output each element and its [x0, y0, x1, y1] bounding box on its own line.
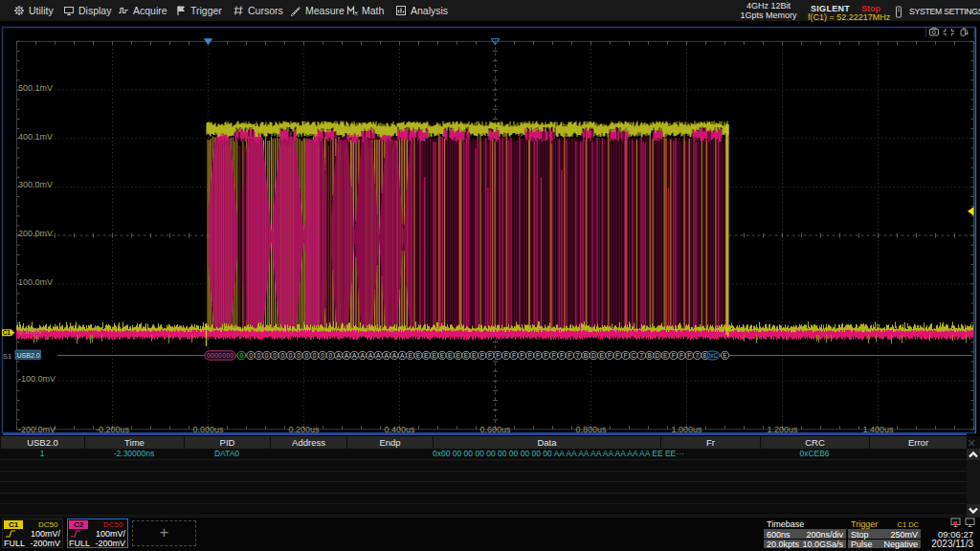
svg-text:0: 0	[273, 352, 277, 359]
svg-text:A: A	[376, 352, 381, 359]
svg-text:F: F	[544, 352, 547, 359]
svg-text:100.0mV: 100.0mV	[18, 277, 53, 287]
svg-text:A: A	[368, 352, 373, 359]
svg-text:D: D	[591, 352, 596, 359]
svg-text:E: E	[448, 352, 453, 359]
svg-text:-0.200us: -0.200us	[96, 425, 130, 434]
svg-text:A: A	[360, 352, 365, 359]
svg-text:E: E	[663, 352, 668, 359]
svg-text:E: E	[432, 352, 436, 359]
svg-text:0: 0	[249, 352, 253, 359]
svg-text:1.200us: 1.200us	[767, 425, 798, 434]
svg-text:E: E	[440, 352, 445, 359]
svg-text:0.600us: 0.600us	[479, 425, 511, 434]
svg-text:E: E	[472, 352, 477, 359]
svg-text:7: 7	[639, 352, 643, 359]
svg-text:F: F	[679, 352, 683, 359]
svg-text:0: 0	[239, 352, 243, 359]
svg-text:7: 7	[576, 352, 580, 359]
svg-text:F: F	[568, 352, 571, 359]
svg-text:0: 0	[289, 352, 293, 359]
svg-text:F: F	[624, 352, 628, 359]
svg-text:F: F	[520, 352, 523, 359]
svg-text:7: 7	[696, 352, 700, 359]
svg-text:300.0mV: 300.0mV	[18, 180, 53, 189]
svg-text:F: F	[496, 352, 500, 359]
svg-text:E: E	[408, 352, 412, 359]
svg-text:F: F	[560, 352, 564, 359]
svg-text:0: 0	[321, 352, 324, 359]
svg-text:B: B	[647, 352, 652, 359]
svg-text:F: F	[608, 352, 612, 359]
svg-text:0.0mV: 0.0mV	[18, 326, 43, 336]
svg-text:0: 0	[328, 352, 332, 359]
svg-text:F: F	[504, 352, 508, 359]
svg-text:-100.0mV: -100.0mV	[18, 374, 56, 384]
svg-text:0.200us: 0.200us	[288, 425, 320, 434]
svg-text:0: 0	[297, 352, 301, 359]
svg-text:E: E	[416, 352, 421, 359]
svg-text:E: E	[456, 352, 460, 359]
svg-text:0: 0	[265, 352, 269, 359]
svg-text:0.400us: 0.400us	[384, 425, 415, 434]
svg-text:S1: S1	[3, 352, 11, 361]
svg-text:E: E	[464, 352, 469, 359]
svg-text:1.400us: 1.400us	[862, 425, 894, 434]
svg-text:F: F	[488, 352, 492, 359]
svg-text:F: F	[552, 352, 556, 359]
svg-text:USB2.0: USB2.0	[17, 352, 40, 359]
svg-text:0000000: 0000000	[207, 352, 234, 359]
svg-text:0: 0	[304, 352, 308, 359]
svg-text:0: 0	[256, 352, 260, 359]
svg-text:E: E	[723, 352, 727, 359]
svg-text:C1: C1	[3, 329, 11, 336]
svg-text:200.0mV: 200.0mV	[18, 229, 53, 238]
svg-text:400.1mV: 400.1mV	[18, 132, 53, 142]
svg-text:0.000us: 0.000us	[192, 425, 224, 434]
svg-text:F: F	[672, 352, 676, 359]
svg-text:E: E	[424, 352, 429, 359]
svg-text:E: E	[599, 352, 604, 359]
svg-text:0xC: 0xC	[707, 352, 719, 359]
svg-text:F: F	[536, 352, 540, 359]
svg-text:F: F	[687, 352, 691, 359]
svg-text:A: A	[392, 352, 397, 359]
svg-text:C: C	[632, 352, 636, 359]
svg-text:500.1mV: 500.1mV	[18, 83, 53, 93]
svg-text:1.000us: 1.000us	[671, 425, 702, 434]
svg-text:A: A	[352, 352, 357, 359]
svg-text:0: 0	[313, 352, 317, 359]
svg-text:A: A	[384, 352, 389, 359]
svg-text:-200.0mV: -200.0mV	[18, 425, 56, 434]
svg-text:A: A	[345, 352, 349, 359]
svg-text:A: A	[336, 352, 341, 359]
svg-text:F: F	[528, 352, 532, 359]
svg-text:0: 0	[280, 352, 284, 359]
svg-text:F: F	[480, 352, 484, 359]
svg-text:A: A	[400, 352, 405, 359]
svg-text:D: D	[656, 352, 660, 359]
svg-text:0.800us: 0.800us	[575, 425, 607, 434]
svg-text:F: F	[512, 352, 516, 359]
svg-text:B: B	[584, 352, 589, 359]
svg-text:F: F	[615, 352, 619, 359]
